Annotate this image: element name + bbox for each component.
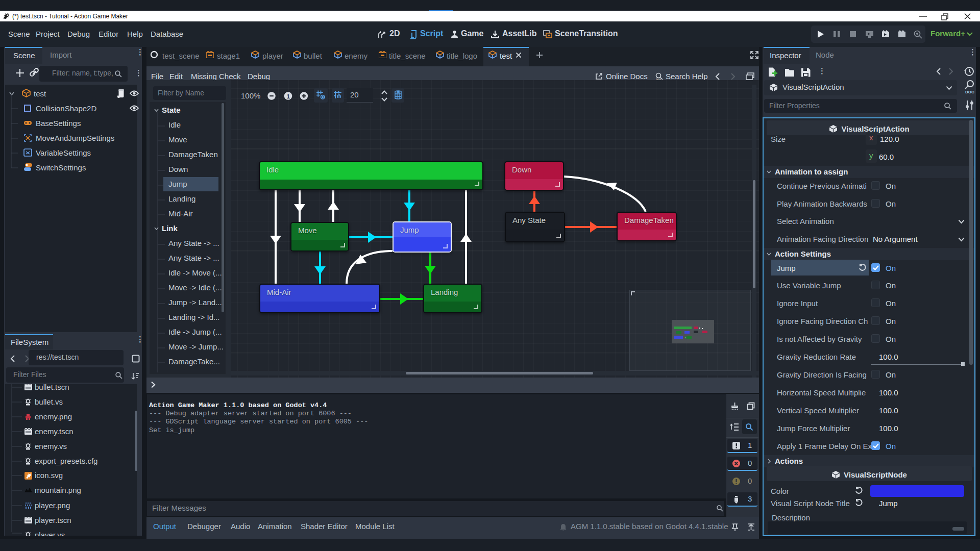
svg-text:1: 1 (287, 93, 290, 99)
svg-text:DOC: DOC (965, 90, 974, 94)
